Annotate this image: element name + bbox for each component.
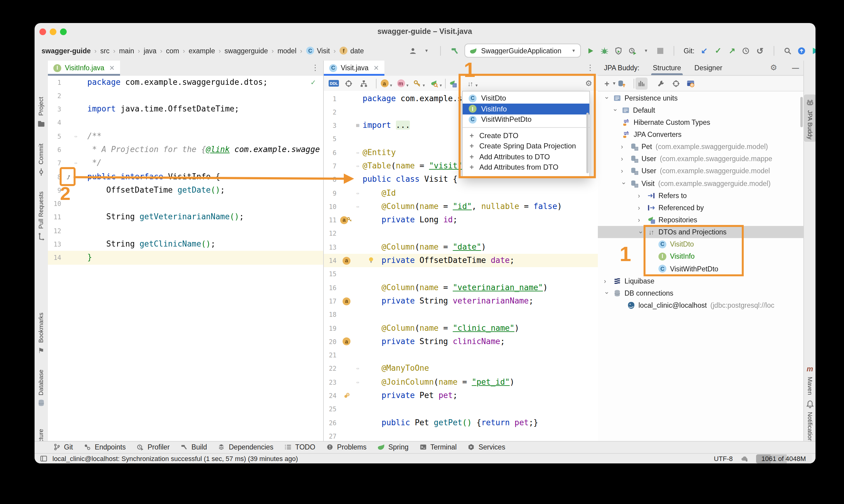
- cloud-help-icon[interactable]: [740, 453, 748, 464]
- search-icon[interactable]: [784, 45, 792, 56]
- breadcrumb-item-swaggerguide[interactable]: swaggerguide: [225, 47, 268, 54]
- code-line-visitinfo-1[interactable]: 1package com.example.swaggerguide.dtos;✓: [48, 75, 323, 89]
- chevron-down-icon[interactable]: ⌄: [638, 227, 646, 235]
- win-eye-icon[interactable]: [686, 78, 695, 89]
- code-line-visitinfo-6[interactable]: 6 * A Projection for the {@link com.exam…: [48, 143, 323, 157]
- code-line-visit-27[interactable]: 27: [324, 430, 598, 441]
- popup-item-VisitInfo[interactable]: IVisitInfo: [462, 104, 589, 114]
- rollback-icon[interactable]: ↺: [756, 45, 764, 56]
- code-line-visitinfo-10[interactable]: 10: [48, 197, 323, 211]
- badge-a-icon[interactable]: a: [380, 78, 389, 89]
- push-icon[interactable]: ↗: [728, 45, 736, 56]
- toolwindow-button-dependencies[interactable]: Dependencies: [217, 442, 273, 452]
- toolwindow-button-endpoints[interactable]: Endpoints: [83, 442, 125, 452]
- tree-row-persistence-units[interactable]: ⌄Persistence units: [598, 92, 803, 104]
- target-icon[interactable]: [344, 78, 353, 89]
- tree-row-visitwithpetdto[interactable]: CVisitWithPetDto: [598, 263, 803, 275]
- toolwindow-stripe-maven[interactable]: mMaven: [804, 363, 815, 395]
- dropdown-icon[interactable]: ▼: [422, 45, 431, 56]
- chevron-right-icon[interactable]: ›: [638, 192, 646, 199]
- fold-marker[interactable]: ▭: [355, 186, 361, 200]
- breadcrumb-item-example[interactable]: example: [189, 47, 215, 54]
- toolwindow-button-services[interactable]: Services: [467, 442, 505, 452]
- chevron-right-icon[interactable]: ›: [621, 143, 629, 150]
- toolbox-icon[interactable]: [812, 45, 815, 56]
- badge-m-icon[interactable]: m: [397, 78, 405, 89]
- editor-toolbar-badge-m[interactable]: m▼: [397, 78, 409, 89]
- popup-action-add-attributes-to-dto[interactable]: +Add Attributes to DTO: [462, 151, 589, 162]
- editor-toolbar-hierarchy[interactable]: [360, 78, 368, 89]
- tab-structure[interactable]: Structure: [653, 60, 681, 75]
- fold-marker[interactable]: ⊞: [355, 119, 361, 132]
- panel-toolbar-bars[interactable]: [635, 77, 648, 89]
- code-line-visitinfo-5[interactable]: 5▭/**: [48, 129, 323, 143]
- fold-marker[interactable]: ▭: [73, 129, 78, 143]
- fold-marker[interactable]: ▭: [355, 159, 361, 173]
- tree-row-pet[interactable]: ›Pet(com.example.swaggerguide.model): [598, 141, 803, 152]
- bars-icon[interactable]: [637, 78, 646, 89]
- code-line-visit-12[interactable]: 12: [324, 227, 598, 240]
- badge-a-icon[interactable]: a: [342, 336, 351, 347]
- toolwindow-button-spring[interactable]: Spring: [377, 442, 409, 452]
- tree-row-user[interactable]: ›User(com.example.swaggerguide.mappe: [598, 152, 803, 165]
- user-icon[interactable]: [408, 45, 417, 56]
- tab-options-kebab-icon[interactable]: ⋮: [586, 63, 594, 72]
- tree-row-default[interactable]: ⌄Default: [598, 104, 803, 116]
- panel-toolbar-wrench[interactable]: [657, 78, 665, 89]
- intention-bulb-icon[interactable]: [367, 256, 375, 264]
- code-line-visitinfo-9[interactable]: 9 OffsetDateTime getDate();: [48, 183, 323, 197]
- code-line-visitinfo-8[interactable]: 8public interface VisitInfo {: [48, 170, 323, 183]
- toolwindow-button-profiler[interactable]: Profiler: [136, 442, 170, 452]
- hammer-icon[interactable]: [450, 45, 459, 56]
- toolwindow-button-git[interactable]: Git: [52, 442, 73, 452]
- toolwindow-button-todo[interactable]: TODO: [284, 442, 315, 452]
- tab-visitinfo-java[interactable]: I VisitInfo.java ✕: [48, 60, 120, 75]
- toolwindow-button-problems[interactable]: Problems: [326, 442, 366, 452]
- code-line-visit-25[interactable]: 25: [324, 402, 598, 416]
- stop-icon[interactable]: [656, 45, 664, 56]
- tab-designer[interactable]: Designer: [694, 60, 722, 75]
- panel-toolbar-win-eye[interactable]: [686, 78, 695, 89]
- toolwindow-button-terminal[interactable]: Terminal: [419, 442, 457, 452]
- code-line-visit-20[interactable]: 20a private String clinicName;: [324, 335, 598, 348]
- profiler-icon[interactable]: [628, 45, 636, 56]
- toolwindow-stripe-jpa-buddy[interactable]: JPA Buddy: [804, 94, 815, 141]
- tree-row-visitinfo[interactable]: IVisitInfo: [598, 251, 803, 263]
- toolwindow-stripe-database[interactable]: Database: [34, 369, 48, 409]
- leaf-search-icon[interactable]: [430, 78, 438, 89]
- key-icon[interactable]: [413, 78, 421, 89]
- code-line-visitinfo-3[interactable]: 3import java.time.OffsetDateTime;: [48, 102, 323, 116]
- editor-toolbar-key[interactable]: ▼: [413, 78, 426, 89]
- tree-row-visit[interactable]: ⌄Visit(com.example.swaggerguide.model): [598, 177, 803, 189]
- fold-marker[interactable]: ▭: [355, 375, 361, 389]
- debug-icon[interactable]: [600, 45, 608, 56]
- chevron-down-icon[interactable]: ⌄: [604, 93, 612, 101]
- code-line-visit-10[interactable]: 10▭ @Column(name = "id", nullable = fals…: [324, 200, 598, 214]
- popup-action-create-dto[interactable]: +Create DTO: [462, 130, 589, 141]
- wrench-icon[interactable]: [657, 78, 665, 89]
- panel-toolbar-target[interactable]: [672, 78, 680, 89]
- panel-toolbar-db-up[interactable]: [617, 78, 626, 89]
- chevron-down-icon[interactable]: ⌄: [604, 288, 612, 296]
- popup-action-add-attributes-from-dto[interactable]: +Add Attributes from DTO: [462, 162, 589, 173]
- divider-icon[interactable]: [372, 78, 380, 89]
- hierarchy-icon[interactable]: [360, 78, 368, 89]
- gear-icon[interactable]: ⚙: [585, 78, 593, 89]
- tree-row-jpa-converters[interactable]: JPA Converters: [598, 128, 803, 141]
- fold-marker[interactable]: ▭: [355, 146, 361, 159]
- update-project-icon[interactable]: ↙: [700, 45, 708, 56]
- left-editor[interactable]: 1package com.example.swaggerguide.dtos;✓…: [48, 75, 323, 441]
- code-line-visit-13[interactable]: 13 @Column(name = "date"): [324, 240, 598, 254]
- leaf-table-icon[interactable]: [449, 78, 457, 89]
- tree-row-referenced-by[interactable]: ›Referenced by: [598, 202, 803, 214]
- popup-scrollbar[interactable]: [586, 113, 588, 173]
- tree-row-hibernate-custom-types[interactable]: Hibernate Custom Types: [598, 116, 803, 128]
- editor-toolbar-gear[interactable]: ⚙: [585, 78, 593, 89]
- panel-settings-gear-icon[interactable]: ⚙: [770, 62, 778, 73]
- chevron-right-icon[interactable]: ›: [604, 277, 612, 284]
- code-line-visitinfo-11[interactable]: 11 String getVeterinarianName();: [48, 211, 323, 224]
- editor-toolbar-sort[interactable]: ↓↑▼: [466, 78, 478, 89]
- code-line-visitinfo-4[interactable]: 4: [48, 116, 323, 130]
- toolwindow-stripe-commit[interactable]: Commit: [34, 143, 48, 178]
- dropdown-icon[interactable]: ▼: [642, 45, 650, 56]
